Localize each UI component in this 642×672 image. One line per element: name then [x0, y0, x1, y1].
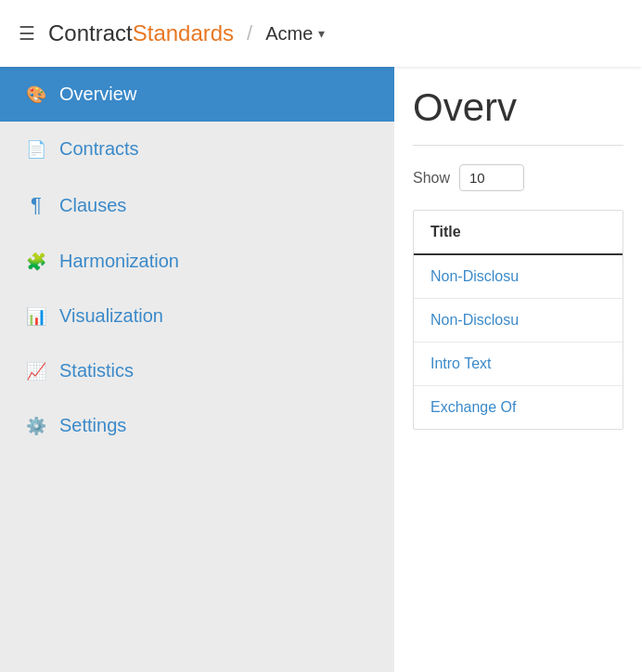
- show-input[interactable]: [459, 164, 524, 191]
- overview-icon: 🎨: [26, 84, 46, 105]
- sidebar-item-visualization-label: Visualization: [59, 305, 163, 327]
- sidebar-item-harmonization-label: Harmonization: [59, 251, 179, 272]
- sidebar-item-overview[interactable]: 🎨 Overview: [0, 67, 394, 122]
- show-row: Show: [413, 164, 623, 191]
- app-header: ☰ ContractStandards / Acme ▾: [0, 0, 642, 67]
- workspace-name: Acme: [265, 23, 313, 45]
- sidebar-item-settings[interactable]: ⚙️ Settings: [0, 398, 394, 453]
- table-row[interactable]: Non-Disclosu: [414, 299, 623, 342]
- statistics-icon: 📈: [26, 361, 46, 381]
- main-layout: 🎨 Overview 📄 Contracts ¶ Clauses 🧩 Harmo…: [0, 67, 642, 672]
- sidebar-item-contracts-label: Contracts: [59, 138, 139, 160]
- data-table: Title Non-Disclosu Non-Disclosu Intro Te…: [413, 210, 623, 430]
- show-label: Show: [413, 170, 450, 187]
- sidebar-item-settings-label: Settings: [59, 415, 126, 436]
- sidebar-item-clauses[interactable]: ¶ Clauses: [0, 176, 394, 234]
- clauses-icon: ¶: [26, 193, 46, 217]
- brand-text: ContractStandards: [48, 20, 234, 46]
- content-divider: [413, 145, 623, 146]
- table-row[interactable]: Exchange Of: [414, 386, 623, 429]
- sidebar-item-contracts[interactable]: 📄 Contracts: [0, 122, 394, 176]
- chevron-down-icon: ▾: [318, 26, 325, 41]
- contracts-icon: 📄: [26, 139, 46, 160]
- sidebar-item-statistics-label: Statistics: [59, 360, 134, 381]
- harmonization-icon: 🧩: [26, 252, 46, 272]
- brand-text-contract: Contract: [48, 20, 133, 45]
- brand-accent: Standards: [133, 20, 234, 45]
- sidebar-item-harmonization[interactable]: 🧩 Harmonization: [0, 234, 394, 289]
- sidebar: 🎨 Overview 📄 Contracts ¶ Clauses 🧩 Harmo…: [0, 67, 394, 672]
- table-row[interactable]: Non-Disclosu: [414, 255, 623, 299]
- sidebar-item-clauses-label: Clauses: [59, 195, 126, 216]
- table-row[interactable]: Intro Text: [414, 342, 623, 386]
- sidebar-item-statistics[interactable]: 📈 Statistics: [0, 343, 394, 398]
- header-divider: /: [247, 21, 252, 45]
- visualization-icon: 📊: [26, 306, 46, 327]
- hamburger-icon[interactable]: ☰: [19, 22, 35, 45]
- table-header: Title: [414, 211, 623, 255]
- workspace-selector[interactable]: Acme ▾: [265, 23, 325, 45]
- column-title: Title: [414, 211, 623, 253]
- settings-icon: ⚙️: [26, 416, 46, 436]
- sidebar-item-overview-label: Overview: [59, 84, 136, 105]
- page-title: Overv: [413, 85, 623, 130]
- sidebar-item-visualization[interactable]: 📊 Visualization: [0, 289, 394, 343]
- main-content: Overv Show Title Non-Disclosu Non-Disclo…: [394, 67, 642, 672]
